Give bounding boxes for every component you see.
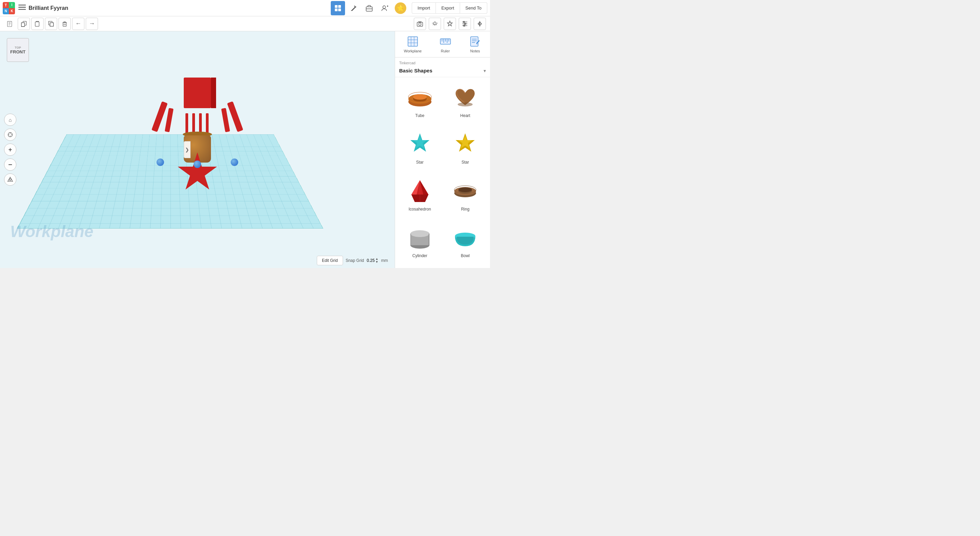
left-sidebar: ⌂ + − [4, 114, 16, 186]
grid-view-btn[interactable] [331, 1, 345, 15]
svg-rect-54 [471, 37, 478, 46]
svg-point-9 [383, 6, 385, 8]
select-tool[interactable] [4, 128, 16, 141]
import-export-area: Import Export Send To [412, 2, 487, 14]
camera-button[interactable] [414, 18, 426, 30]
project-title: Brilliant Fyyran [29, 5, 331, 11]
briefcase-btn[interactable] [362, 1, 376, 15]
flip-button[interactable] [474, 18, 486, 30]
logo-cell-k: K [9, 8, 15, 14]
svg-rect-0 [18, 5, 26, 5]
svg-rect-6 [338, 8, 341, 11]
cube-indicator[interactable]: TOP FRONT [7, 38, 29, 62]
shape-heart[interactable]: Heart [445, 81, 486, 124]
svg-marker-41 [8, 177, 13, 182]
delete-button[interactable] [59, 18, 71, 30]
svg-marker-26 [447, 21, 453, 26]
ruler-tab[interactable]: Ruler [435, 34, 456, 54]
shapes-category-name: Basic Shapes [399, 68, 433, 73]
svg-rect-4 [338, 5, 341, 8]
arm-right [227, 101, 243, 132]
snap-down-arrow[interactable]: ▼ [375, 260, 379, 263]
menu-icon[interactable] [18, 3, 26, 13]
undo-button[interactable]: ← [72, 18, 84, 30]
notes-tab[interactable]: Notes [465, 34, 485, 54]
svg-rect-43 [408, 37, 417, 46]
heart-icon-area [452, 84, 479, 111]
shapes-category-select[interactable]: Basic Shapes ▾ [399, 66, 486, 75]
ring-label: Ring [461, 207, 469, 211]
shape-tube[interactable]: Tube [399, 81, 441, 124]
home-tool[interactable]: ⌂ [4, 114, 16, 126]
svg-rect-1 [18, 7, 26, 8]
ruler-tab-label: Ruler [441, 49, 450, 53]
svg-rect-14 [21, 22, 25, 26]
sendto-button[interactable]: Send To [460, 2, 487, 14]
bottom-bar: Edit Grid Snap Grid 0.25 ▲ ▼ mm [317, 256, 388, 265]
view-tool[interactable] [4, 173, 16, 186]
import-button[interactable]: Import [412, 2, 436, 14]
workplane-tab[interactable]: Workplane [400, 34, 426, 54]
redo-button[interactable]: → [86, 18, 98, 30]
topbar: T I N K Brilliant Fyyran [0, 0, 490, 16]
zoomout-tool[interactable]: − [4, 159, 16, 171]
pikachu-btn[interactable]: ⭐ [393, 1, 408, 15]
3d-model[interactable] [146, 74, 248, 183]
sphere-left [156, 159, 164, 166]
new-button[interactable] [4, 18, 16, 30]
shapes-button[interactable] [444, 18, 456, 30]
shape-bowl[interactable]: Bowl [445, 221, 486, 264]
red-box-side [211, 78, 216, 108]
collapse-panel-arrow[interactable]: ❯ [184, 141, 191, 158]
pickaxe-btn[interactable] [347, 1, 361, 15]
export-button[interactable]: Export [436, 2, 460, 14]
svg-rect-16 [35, 22, 39, 26]
user-add-btn[interactable] [378, 1, 392, 15]
ring-icon-area [452, 178, 479, 205]
edit-grid-button[interactable]: Edit Grid [317, 256, 343, 265]
red-box [184, 78, 211, 108]
heart-label: Heart [460, 113, 470, 118]
app-logo[interactable]: T I N K [3, 2, 15, 14]
star-yellow-label: Star [461, 160, 469, 165]
align-button[interactable] [459, 18, 471, 30]
shape-icosahedron[interactable]: Icosahedron [399, 175, 441, 217]
workplane-area[interactable]: Workplane [0, 31, 395, 247]
zoomin-tool[interactable]: + [4, 144, 16, 156]
logo-cell-n: N [3, 8, 9, 14]
sphere-front [194, 160, 201, 168]
shape-star-cyan[interactable]: Star [399, 128, 441, 170]
cylinder-icon-area [406, 224, 434, 251]
copy-button[interactable] [18, 18, 30, 30]
notes-icon [469, 35, 481, 48]
svg-marker-34 [478, 22, 480, 25]
right-panel: Workplane Ruler [395, 31, 490, 268]
icosahedron-icon-area [406, 178, 434, 205]
star-cyan-label: Star [416, 160, 424, 165]
shape-cylinder[interactable]: Cylinder [399, 221, 441, 264]
shapes-dropdown-arrow[interactable]: ▾ [484, 68, 486, 73]
snap-arrows[interactable]: ▲ ▼ [375, 257, 379, 263]
star-cyan-icon-area [406, 131, 434, 158]
paste-button[interactable] [31, 18, 43, 30]
shape-ring[interactable]: Ring [445, 175, 486, 217]
svg-point-76 [458, 187, 472, 192]
ruler-icon [439, 35, 452, 48]
viewport[interactable]: TOP FRONT ⌂ + − [0, 31, 395, 268]
bowl-label: Bowl [461, 254, 469, 258]
tube-icon-area [406, 84, 434, 111]
workplane-icon [407, 35, 419, 48]
duplicate-button[interactable] [45, 18, 57, 30]
cylinder-label: Cylinder [412, 254, 427, 258]
svg-point-63 [458, 102, 473, 106]
light-button[interactable] [429, 18, 441, 30]
bowl-icon-area [452, 224, 479, 251]
workplane-tab-label: Workplane [404, 49, 422, 53]
shape-star-yellow[interactable]: Star [445, 128, 486, 170]
arm-left2 [165, 108, 173, 132]
snap-unit: mm [381, 258, 388, 263]
tube-label: Tube [415, 113, 424, 118]
svg-point-80 [410, 230, 430, 237]
svg-point-24 [418, 23, 421, 25]
sphere-right [231, 159, 238, 166]
